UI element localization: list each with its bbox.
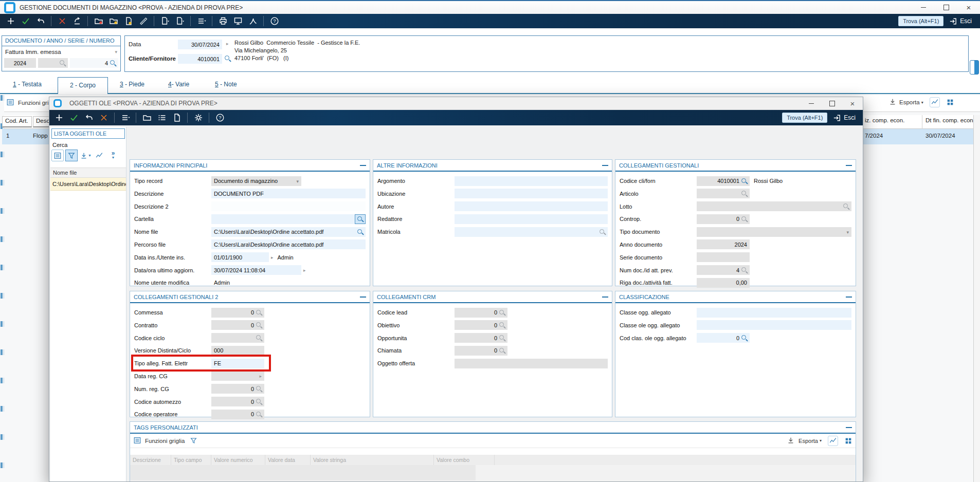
- doc-yellow-icon[interactable]: [121, 15, 135, 27]
- chart-icon[interactable]: [930, 97, 940, 107]
- num-reg-cg-input[interactable]: 0: [211, 384, 264, 394]
- doc-arrow-icon[interactable]: [158, 15, 172, 27]
- search-icon[interactable]: [256, 335, 263, 342]
- date-picker-arrow-icon[interactable]: ▸: [271, 255, 274, 260]
- articolo-input[interactable]: [697, 189, 750, 198]
- file-list-item[interactable]: C:\Users\Lara\Desktop\Ordine: [50, 178, 126, 191]
- filter-icon[interactable]: [65, 150, 78, 161]
- esci-button[interactable]: Esci: [832, 114, 856, 122]
- codice-operatore-input[interactable]: 0: [211, 410, 264, 419]
- chart-icon[interactable]: [93, 150, 105, 161]
- help-icon[interactable]: [213, 112, 227, 124]
- tab-piede[interactable]: 3 - Piede: [120, 81, 144, 88]
- search-icon[interactable]: [256, 322, 263, 329]
- search-icon[interactable]: [110, 60, 117, 67]
- add-icon[interactable]: [52, 112, 66, 124]
- autore-input[interactable]: [455, 201, 608, 211]
- ruler-icon[interactable]: [136, 15, 150, 27]
- tipo-record-input[interactable]: Documento di magazzino▾: [211, 176, 301, 186]
- tab-varie[interactable]: 4- Varie: [168, 81, 189, 88]
- collapse-icon[interactable]: [360, 296, 366, 298]
- search-icon[interactable]: [499, 322, 506, 329]
- collapse-icon[interactable]: [846, 165, 852, 166]
- anno-field[interactable]: 2024: [4, 58, 36, 68]
- funzioni-griglia-button[interactable]: Funzioni griglia: [145, 438, 185, 444]
- codice-ciclo-input[interactable]: [211, 333, 264, 343]
- oggetto-offerta-input[interactable]: [455, 359, 608, 368]
- contratto-input[interactable]: 0: [211, 320, 264, 330]
- versione-distinta-ciclo-input[interactable]: 000: [211, 346, 264, 356]
- close-icon[interactable]: ×: [842, 98, 863, 109]
- confirm-icon[interactable]: [19, 15, 32, 27]
- column-header-nome-file[interactable]: Nome file: [50, 168, 126, 178]
- search-icon[interactable]: [741, 267, 748, 274]
- minimize-icon[interactable]: [912, 1, 935, 14]
- percorso-file-input[interactable]: C:\Users\Lara\Desktop\Ordine accettato.p…: [211, 239, 366, 249]
- search-icon[interactable]: [499, 335, 506, 342]
- search-icon[interactable]: [843, 203, 850, 210]
- data-ins-utente-ins-input[interactable]: 01/01/1900: [211, 252, 269, 262]
- column-header-dt-fin-comp-econ[interactable]: Dt fin. comp. econ.: [925, 117, 975, 123]
- codice-lead-input[interactable]: 0: [455, 308, 507, 318]
- vertical-scrollbar[interactable]: [973, 115, 980, 482]
- date-picker-arrow-icon[interactable]: ▸: [226, 41, 229, 46]
- column-header-descrizione[interactable]: Descrizione: [130, 455, 171, 465]
- classe-ole-ogg-allegato-input[interactable]: [697, 320, 851, 330]
- restore-icon[interactable]: [70, 15, 84, 27]
- search-icon[interactable]: [256, 309, 263, 317]
- list-icon[interactable]: [155, 112, 169, 124]
- trova-hint[interactable]: Trova (Alt+F1): [782, 113, 827, 123]
- confirm-icon[interactable]: [67, 112, 81, 124]
- collapse-icon[interactable]: [846, 296, 852, 298]
- menu-icon[interactable]: [194, 15, 208, 27]
- help-icon[interactable]: [267, 15, 281, 27]
- search-icon[interactable]: [499, 347, 506, 355]
- grid-layout-icon[interactable]: [844, 437, 852, 445]
- collapse-icon[interactable]: [360, 165, 366, 166]
- controp-input[interactable]: 0: [697, 214, 750, 224]
- data-field[interactable]: 30/07/2024: [178, 40, 222, 49]
- maximize-icon[interactable]: [822, 98, 842, 109]
- grid-layout-icon[interactable]: [946, 98, 954, 106]
- doc-type-dropdown[interactable]: Fattura Imm. emessa ▾: [2, 46, 120, 57]
- column-header-valore-stringa[interactable]: Valore stringa: [311, 455, 434, 465]
- collapse-icon[interactable]: [602, 296, 608, 298]
- search-icon[interactable]: [256, 411, 263, 418]
- num-doc-id-att-prev-input[interactable]: 4: [697, 265, 750, 275]
- funzioni-griglia-button[interactable]: Funzioni gri: [6, 98, 48, 107]
- minimize-icon[interactable]: [801, 98, 822, 109]
- filter-icon[interactable]: [190, 437, 197, 444]
- argomento-input[interactable]: [455, 176, 608, 186]
- search-icon[interactable]: [357, 229, 364, 236]
- serie-documento-input[interactable]: [697, 252, 750, 262]
- descrizione-input[interactable]: DOCUMENTO PDF: [211, 189, 366, 198]
- riga-doc-attivit-fatt-input[interactable]: 0,00: [697, 278, 750, 288]
- redattore-input[interactable]: [455, 214, 608, 224]
- search-icon[interactable]: [741, 178, 748, 185]
- search-icon[interactable]: [256, 398, 263, 405]
- column-header-valore-data[interactable]: Valore data: [265, 455, 311, 465]
- esporta-button[interactable]: Esporta: [798, 438, 818, 444]
- serie-field[interactable]: [38, 58, 68, 68]
- undo-icon[interactable]: [82, 112, 96, 124]
- data-reg-cg-input[interactable]: ▸: [211, 371, 264, 381]
- data-ora-ultimo-aggiorn-input[interactable]: 30/07/2024 11:08:04: [211, 265, 301, 275]
- close-icon[interactable]: ×: [957, 1, 980, 14]
- esci-button[interactable]: Esci: [949, 17, 972, 26]
- search-icon[interactable]: [499, 309, 506, 317]
- tipo-documento-input[interactable]: ▾: [697, 227, 851, 237]
- search-icon[interactable]: [357, 216, 364, 223]
- search-icon[interactable]: [741, 190, 748, 197]
- folder-red-icon[interactable]: [92, 15, 105, 27]
- date-picker-arrow-icon[interactable]: ▸: [303, 268, 306, 273]
- obiettivo-input[interactable]: 0: [455, 320, 507, 330]
- collapse-icon[interactable]: [846, 427, 852, 428]
- cliente-field[interactable]: 4010001: [178, 54, 222, 64]
- doc-arrow2-icon[interactable]: [173, 15, 187, 27]
- left-splitter[interactable]: [0, 95, 4, 482]
- search-icon[interactable]: [256, 385, 263, 393]
- maximize-icon[interactable]: [935, 1, 957, 14]
- date-picker-arrow-icon[interactable]: ▸: [259, 374, 262, 379]
- print-icon[interactable]: [216, 15, 230, 27]
- chevron-down-icon[interactable]: ▾: [296, 179, 299, 184]
